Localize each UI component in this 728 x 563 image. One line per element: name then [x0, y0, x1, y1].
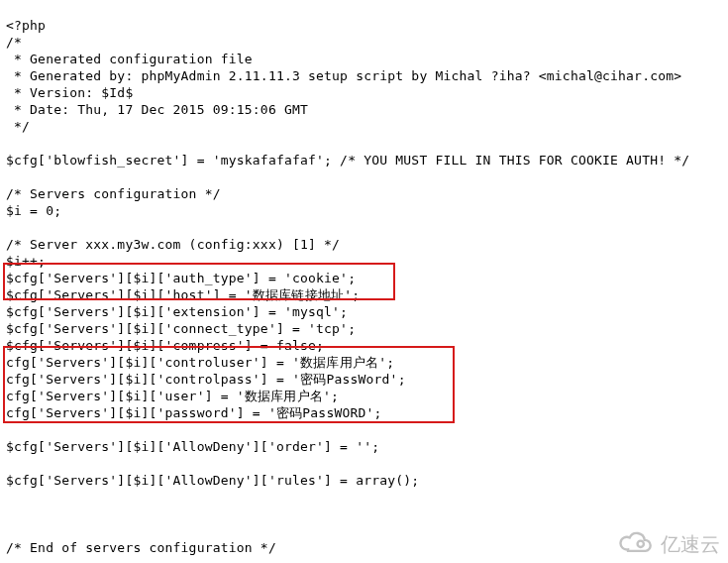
code-line: $i = 0; — [6, 203, 61, 218]
code-line: <?php — [6, 18, 46, 33]
code-line: $cfg['Servers'][$i]['extension'] = 'mysq… — [6, 304, 348, 319]
code-line: cfg['Servers'][$i]['password'] = '密码Pass… — [6, 405, 382, 420]
php-config-code: <?php /* * Generated configuration file … — [0, 13, 728, 563]
code-line: * Version: $Id$ — [6, 85, 133, 100]
code-line: $i++; — [6, 254, 46, 269]
code-line: /* Servers configuration */ — [6, 186, 221, 201]
code-line: $cfg['Servers'][$i]['AllowDeny']['rules'… — [6, 473, 419, 488]
code-line: /* End of servers configuration */ — [6, 540, 276, 555]
code-line: /* — [6, 35, 22, 50]
code-line: $cfg['blowfish_secret'] = 'myskafafafaf'… — [6, 153, 689, 168]
code-line: $cfg['Servers'][$i]['compress'] = false; — [6, 338, 324, 353]
code-line: cfg['Servers'][$i]['user'] = '数据库用户名'; — [6, 389, 339, 403]
code-line: * Generated configuration file — [6, 52, 253, 66]
code-line: cfg['Servers'][$i]['controlpass'] = '密码P… — [6, 372, 406, 387]
code-line: $cfg['Servers'][$i]['AllowDeny']['order'… — [6, 439, 379, 454]
code-line: $cfg['Servers'][$i]['auth_type'] = 'cook… — [6, 271, 356, 285]
code-line: cfg['Servers'][$i]['controluser'] = '数据库… — [6, 355, 394, 370]
code-line: */ — [6, 119, 30, 134]
code-line: * Date: Thu, 17 Dec 2015 09:15:06 GMT — [6, 102, 308, 117]
code-line: /* Server xxx.my3w.com (config:xxx) [1] … — [6, 237, 340, 252]
code-line: * Generated by: phpMyAdmin 2.11.11.3 set… — [6, 68, 681, 83]
code-line: $cfg['Servers'][$i]['connect_type'] = 't… — [6, 321, 356, 336]
code-line: $cfg['Servers'][$i]['host'] = '数据库链接地址'; — [6, 287, 360, 302]
